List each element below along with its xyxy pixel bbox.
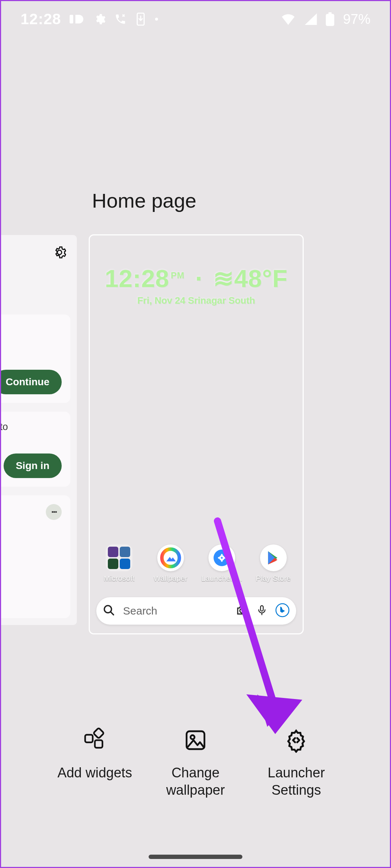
- bottom-actions: Add widgets Change wallpaper Launcher Se…: [1, 727, 390, 799]
- action-label: Add widgets: [57, 764, 132, 782]
- launcher-settings-button[interactable]: Launcher Settings: [249, 727, 343, 799]
- status-time: 12:28: [21, 10, 61, 28]
- app-label: Microsoft: [104, 574, 135, 583]
- feed-subheading: ents, and to-do lists.: [0, 292, 70, 302]
- clock-ampm: PM: [171, 270, 184, 280]
- signin-button[interactable]: Sign in: [4, 453, 62, 478]
- svg-point-10: [240, 609, 244, 613]
- feed-card-appointments: ··· ntments: [0, 495, 70, 618]
- svg-marker-19: [257, 694, 290, 727]
- app-microsoft-folder[interactable]: Microsoft: [95, 544, 143, 583]
- svg-point-5: [162, 549, 179, 567]
- feed-page-preview[interactable]: on ents, and to-do lists. ult launcher f…: [0, 235, 77, 625]
- svg-rect-4: [329, 12, 332, 14]
- status-bar: 12:28 97%: [1, 1, 390, 37]
- svg-rect-14: [95, 740, 102, 748]
- action-label: Change wallpaper: [166, 764, 225, 799]
- wave-icon: ≋: [213, 265, 234, 292]
- add-widgets-button[interactable]: Add widgets: [48, 727, 142, 799]
- clock-weather-widget[interactable]: 12:28PM · ≋48°F Fri, Nov 24 Srinagar Sou…: [90, 264, 303, 306]
- card-text: ult launcher for an .: [0, 323, 62, 350]
- wallpaper-icon: [157, 544, 184, 571]
- feed-card-default-launcher: ult launcher for an . miss Continue: [0, 314, 70, 403]
- app-play-store[interactable]: Play Store: [249, 544, 298, 583]
- svg-rect-11: [260, 606, 263, 611]
- camera-icon[interactable]: [236, 604, 249, 618]
- feed-heading: on: [0, 274, 70, 290]
- date-location: Fri, Nov 24 Srinagar South: [90, 295, 303, 306]
- bing-chat-icon[interactable]: [275, 603, 290, 619]
- more-icon[interactable]: ···: [46, 504, 62, 520]
- card-text: fingertips. Sign in to: [0, 420, 62, 433]
- search-bar[interactable]: Search: [96, 597, 296, 625]
- temperature: 48°F: [234, 265, 287, 292]
- search-icon: [103, 604, 115, 618]
- folder-icon: [106, 544, 132, 571]
- launcher-settings-icon: [208, 544, 235, 571]
- id-icon: [70, 13, 85, 25]
- gear-arrows-icon: [283, 727, 309, 754]
- download-icon: [135, 13, 146, 26]
- gear-icon: [93, 13, 106, 25]
- continue-button[interactable]: Continue: [0, 370, 62, 394]
- mic-icon[interactable]: [256, 604, 267, 618]
- app-launcher-settings[interactable]: Launcher …: [198, 544, 246, 583]
- svg-rect-13: [85, 735, 93, 742]
- app-wallpaper[interactable]: Wallpaper: [146, 544, 195, 583]
- feed-card-signin: fingertips. Sign in to ismiss Sign in: [0, 412, 70, 487]
- svg-point-2: [155, 18, 158, 21]
- svg-rect-3: [326, 14, 334, 26]
- search-placeholder: Search: [123, 605, 228, 617]
- wallpaper-icon: [182, 727, 209, 754]
- page-title: Home page: [92, 189, 197, 212]
- clock-time: 12:28: [105, 265, 169, 292]
- gear-icon[interactable]: [53, 246, 66, 260]
- wifi-icon: [281, 13, 295, 25]
- play-store-icon: [260, 544, 287, 571]
- svg-point-17: [190, 735, 194, 739]
- dot-icon: [155, 17, 158, 21]
- app-dock: Microsoft Wallpaper Launcher … Play Stor…: [90, 544, 303, 583]
- action-label: Launcher Settings: [268, 764, 325, 799]
- change-wallpaper-button[interactable]: Change wallpaper: [149, 727, 242, 799]
- home-page-preview[interactable]: 12:28PM · ≋48°F Fri, Nov 24 Srinagar Sou…: [89, 234, 304, 634]
- app-label: Launcher …: [201, 574, 242, 583]
- app-label: Play Store: [256, 574, 291, 583]
- navigation-handle[interactable]: [149, 855, 242, 859]
- signal-icon: [304, 13, 317, 25]
- app-label: Wallpaper: [154, 574, 188, 583]
- card-text: ntments: [0, 576, 62, 587]
- svg-rect-15: [93, 728, 104, 739]
- battery-percent: 97%: [343, 12, 370, 27]
- svg-rect-0: [70, 15, 73, 23]
- widgets-icon: [82, 727, 108, 754]
- svg-line-9: [110, 612, 114, 615]
- battery-icon: [326, 12, 334, 26]
- phone-missed-icon: [114, 13, 127, 25]
